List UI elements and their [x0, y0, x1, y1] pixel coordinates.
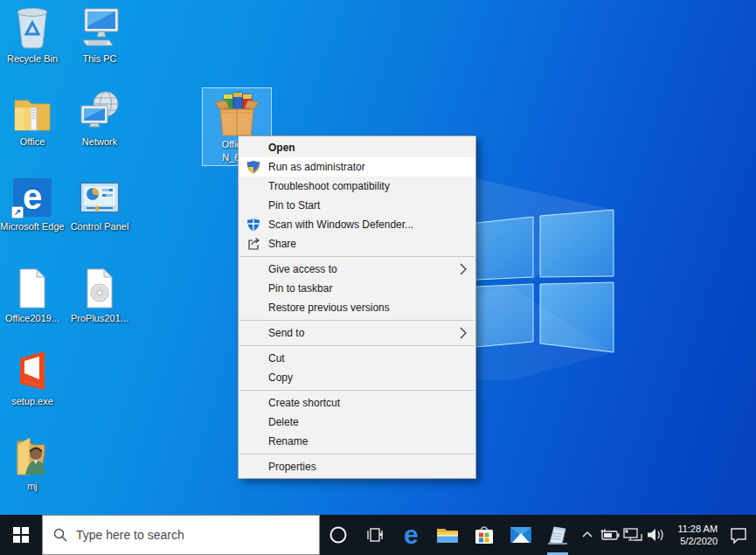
- cortana-button[interactable]: [320, 515, 357, 555]
- desktop-icon-label: Office: [20, 135, 45, 148]
- desktop-icon-label: ProPlus201...: [71, 312, 128, 324]
- context-menu: Open Run as administrator Troubleshoot c…: [238, 135, 476, 479]
- taskbar-mail-button[interactable]: [503, 515, 539, 555]
- clock-date: 5/2/2020: [680, 535, 718, 547]
- menu-item-restore-previous-versions[interactable]: Restore previous versions: [239, 298, 475, 317]
- desktop-icon-label: Office2019...: [5, 312, 59, 324]
- menu-separator: [239, 454, 475, 454]
- submenu-chevron-icon: [460, 327, 467, 339]
- menu-separator: [239, 320, 475, 321]
- menu-item-run-as-administrator[interactable]: Run as administrator: [239, 157, 475, 177]
- chevron-up-icon: [580, 528, 594, 542]
- action-center-button[interactable]: [721, 515, 756, 555]
- task-view-icon: [365, 525, 385, 545]
- desktop-icon-setup-exe[interactable]: setup.exe: [0, 348, 65, 407]
- taskbar-setup-app-button[interactable]: [539, 515, 576, 555]
- windows-logo-icon: [13, 527, 29, 543]
- desktop-icon-label: Control Panel: [71, 220, 129, 232]
- desktop-icon-label: Network: [82, 135, 117, 148]
- menu-item-share[interactable]: Share: [239, 234, 475, 253]
- desktop-icon-mj-folder[interactable]: mj: [0, 433, 65, 492]
- ethernet-network-icon: [622, 526, 643, 544]
- desktop-icon-label: mj: [27, 480, 38, 492]
- edge-icon: e↗: [13, 173, 52, 217]
- share-icon: [246, 237, 260, 251]
- desktop-icon-office2019-file[interactable]: Office2019...: [0, 265, 65, 324]
- recycle-bin-icon: [14, 5, 51, 49]
- taskbar-edge-button[interactable]: e: [392, 515, 429, 555]
- store-icon: [474, 524, 495, 545]
- folder-icon: [11, 88, 53, 132]
- network-icon: [78, 88, 121, 132]
- tray-network-button[interactable]: [621, 515, 644, 555]
- desktop-icon-control-panel[interactable]: Control Panel: [67, 173, 132, 232]
- menu-separator: [239, 345, 475, 346]
- document-icon: [17, 265, 48, 309]
- menu-item-pin-to-taskbar[interactable]: Pin to taskbar: [239, 279, 475, 298]
- menu-item-rename[interactable]: Rename: [239, 432, 475, 451]
- mail-icon: [510, 526, 532, 544]
- tray-battery-button[interactable]: [599, 515, 621, 555]
- control-panel-icon: [78, 173, 121, 217]
- tray-volume-button[interactable]: [644, 515, 667, 555]
- menu-item-give-access-to[interactable]: Give access to: [239, 260, 475, 279]
- desktop-icon-label: Recycle Bin: [7, 52, 58, 65]
- start-button[interactable]: [0, 515, 42, 555]
- desktop-icon-office-folder[interactable]: Office: [0, 88, 65, 148]
- menu-item-properties[interactable]: Properties: [239, 457, 475, 476]
- desktop-icon-recycle-bin[interactable]: Recycle Bin: [0, 5, 65, 65]
- action-center-icon: [729, 525, 748, 545]
- menu-item-create-shortcut[interactable]: Create shortcut: [239, 393, 475, 413]
- archive-box-icon: [213, 88, 260, 137]
- menu-separator: [239, 256, 475, 257]
- tray-show-hidden-icons-button[interactable]: [576, 515, 599, 555]
- uac-shield-icon: [246, 160, 260, 174]
- desktop-icon-this-pc[interactable]: This PC: [67, 5, 132, 65]
- speaker-icon: [646, 527, 665, 543]
- taskbar-file-explorer-button[interactable]: [429, 515, 466, 555]
- clock-time: 11:28 AM: [677, 523, 718, 535]
- desktop-icon-proplus-file[interactable]: ProPlus201...: [67, 265, 132, 324]
- desktop-icon-network[interactable]: Network: [67, 88, 132, 148]
- edge-icon: e: [404, 522, 419, 548]
- file-explorer-icon: [436, 525, 459, 545]
- taskbar-clock[interactable]: 11:28 AM 5/2/2020: [667, 515, 721, 555]
- task-view-button[interactable]: [357, 515, 393, 555]
- desktop-icon-microsoft-edge[interactable]: e↗ Microsoft Edge: [0, 173, 65, 232]
- menu-item-open[interactable]: Open: [239, 138, 475, 157]
- menu-item-delete[interactable]: Delete: [239, 413, 475, 432]
- menu-item-copy[interactable]: Copy: [239, 368, 475, 387]
- menu-separator: [239, 390, 475, 391]
- desktop-icon-label: setup.exe: [11, 395, 53, 407]
- menu-item-cut[interactable]: Cut: [239, 349, 475, 368]
- menu-item-scan-with-windows-defender[interactable]: Scan with Windows Defender...: [239, 215, 475, 234]
- notepad-app-icon: [546, 524, 569, 546]
- shortcut-arrow-icon: ↗: [11, 206, 24, 219]
- taskbar-store-button[interactable]: [466, 515, 503, 555]
- search-icon: [53, 528, 67, 542]
- battery-charging-icon: [600, 527, 621, 543]
- cortana-icon: [329, 525, 348, 545]
- search-input[interactable]: [76, 528, 286, 542]
- user-folder-icon: [12, 433, 52, 476]
- menu-item-send-to[interactable]: Send to: [239, 323, 475, 343]
- desktop[interactable]: Recycle Bin This PC Office: [0, 0, 756, 555]
- menu-item-troubleshoot-compatibility[interactable]: Troubleshoot compatibility: [239, 177, 475, 196]
- desktop-icon-label: This PC: [82, 52, 116, 65]
- this-pc-icon: [78, 5, 121, 49]
- disc-image-icon: [84, 265, 115, 309]
- submenu-chevron-icon: [460, 263, 467, 275]
- taskbar: e: [0, 515, 756, 555]
- office-setup-icon: [13, 348, 52, 392]
- desktop-icon-label: Microsoft Edge: [0, 220, 64, 232]
- menu-item-pin-to-start[interactable]: Pin to Start: [239, 196, 475, 215]
- taskbar-search-box[interactable]: [42, 515, 320, 555]
- defender-shield-icon: [246, 218, 260, 232]
